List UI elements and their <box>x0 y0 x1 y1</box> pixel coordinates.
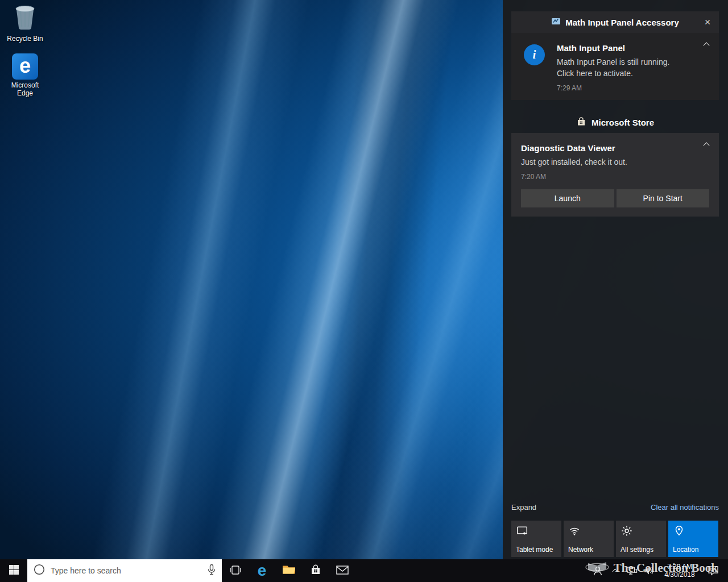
notification-diagnostic-data-viewer[interactable]: Diagnostic Data Viewer Just got installe… <box>511 133 719 217</box>
taskbar-file-explorer-button[interactable] <box>275 559 302 582</box>
volume-icon[interactable] <box>640 559 657 582</box>
action-center-icon[interactable] <box>702 559 725 582</box>
notification-actions: Launch Pin to Start <box>521 189 709 207</box>
microphone-icon[interactable] <box>207 564 216 577</box>
notification-title: Diagnostic Data Viewer <box>521 143 693 153</box>
screen: Recycle Bin e Microsoft Edge Math Input … <box>0 0 728 582</box>
desktop-icon-label: Recycle Bin <box>7 35 43 43</box>
microsoft-store-icon <box>310 564 321 577</box>
system-tray: 7:29 AM 4/30/2018 <box>589 559 728 582</box>
folder-icon <box>282 564 296 577</box>
notification-group-header[interactable]: Math Input Panel Accessory × <box>511 11 719 33</box>
taskbar-mail-button[interactable] <box>329 559 355 582</box>
quick-action-tablet-mode[interactable]: Tablet mode <box>511 521 561 557</box>
notification-body: Click here to activate. <box>557 68 694 79</box>
clock-time: 7:29 AM <box>657 563 702 571</box>
notification-body: Math Input Panel is still running. <box>557 56 694 68</box>
edge-icon: e <box>258 559 267 582</box>
quick-action-label: Tablet mode <box>516 546 553 554</box>
location-icon <box>673 525 685 537</box>
taskbar: Type here to search e <box>0 559 728 582</box>
pin-to-start-button[interactable]: Pin to Start <box>617 189 710 207</box>
notification-title: Math Input Panel <box>557 43 694 53</box>
quick-action-label: Network <box>568 546 593 554</box>
edge-icon: e <box>12 53 38 80</box>
quick-action-all-settings[interactable]: All settings <box>616 521 666 557</box>
info-icon: i <box>524 44 545 65</box>
notification-group-title: Microsoft Store <box>592 118 654 127</box>
notification-timestamp: 7:29 AM <box>557 84 694 92</box>
quick-actions-row: Tablet mode Network <box>511 521 718 557</box>
notification-group-math-input: Math Input Panel Accessory × i Math Inpu… <box>511 11 719 100</box>
notification-group-title: Math Input Panel Accessory <box>565 18 679 27</box>
launch-button[interactable]: Launch <box>521 189 614 207</box>
search-icon <box>33 563 46 578</box>
quick-action-label: Location <box>673 546 698 554</box>
chevron-up-icon[interactable] <box>698 138 714 151</box>
taskbar-store-button[interactable] <box>302 559 329 582</box>
clear-all-notifications-link[interactable]: Clear all notifications <box>651 503 719 512</box>
recycle-bin-icon <box>13 3 37 33</box>
notification-group-header[interactable]: Microsoft Store <box>511 113 719 132</box>
notification-body: Just got installed, check it out. <box>521 156 693 168</box>
people-icon[interactable] <box>589 559 606 582</box>
mail-icon <box>336 566 349 576</box>
task-view-icon <box>229 565 242 577</box>
clock-date: 4/30/2018 <box>657 571 702 579</box>
quick-action-label: All settings <box>621 546 653 554</box>
network-icon <box>568 525 581 537</box>
chevron-up-icon[interactable] <box>698 38 714 51</box>
desktop-icon-recycle-bin[interactable]: Recycle Bin <box>3 3 47 43</box>
start-button[interactable] <box>0 559 27 582</box>
taskbar-clock[interactable]: 7:29 AM 4/30/2018 <box>657 563 702 579</box>
search-placeholder: Type here to search <box>51 566 202 575</box>
tablet-mode-icon <box>516 525 528 537</box>
task-view-button[interactable] <box>222 559 249 582</box>
desktop-icon-microsoft-edge[interactable]: e Microsoft Edge <box>3 53 47 97</box>
search-input[interactable]: Type here to search <box>27 559 222 582</box>
math-input-panel-icon <box>551 16 561 28</box>
notification-math-input-panel[interactable]: i Math Input Panel Math Input Panel is s… <box>511 33 719 100</box>
action-center-footer: Expand Clear all notifications <box>511 503 719 512</box>
close-icon[interactable]: × <box>698 11 717 33</box>
taskbar-edge-button[interactable]: e <box>249 559 275 582</box>
desktop-icon-label: Microsoft Edge <box>3 81 47 97</box>
action-center-panel: Math Input Panel Accessory × i Math Inpu… <box>503 0 728 559</box>
windows-logo-icon <box>9 565 19 576</box>
gear-icon <box>621 525 633 537</box>
notification-group-store: Microsoft Store Diagnostic Data Viewer J… <box>511 113 719 217</box>
network-tray-icon[interactable] <box>623 559 640 582</box>
show-hidden-icons-chevron-icon[interactable] <box>606 559 623 582</box>
quick-action-location[interactable]: Location <box>668 521 718 557</box>
expand-link[interactable]: Expand <box>511 503 536 512</box>
notification-timestamp: 7:20 AM <box>521 173 709 181</box>
microsoft-store-icon <box>576 117 586 128</box>
quick-action-network[interactable]: Network <box>564 521 614 557</box>
